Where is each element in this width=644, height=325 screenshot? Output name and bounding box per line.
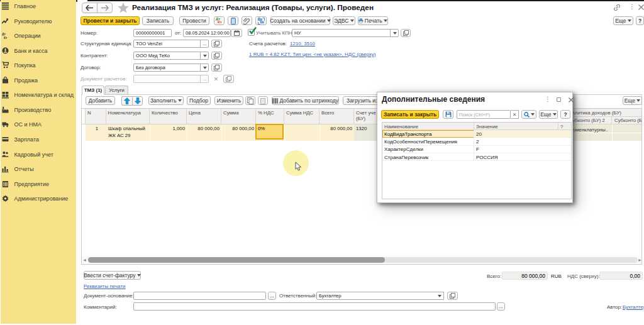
svg-text:Кт: Кт [4, 36, 8, 40]
